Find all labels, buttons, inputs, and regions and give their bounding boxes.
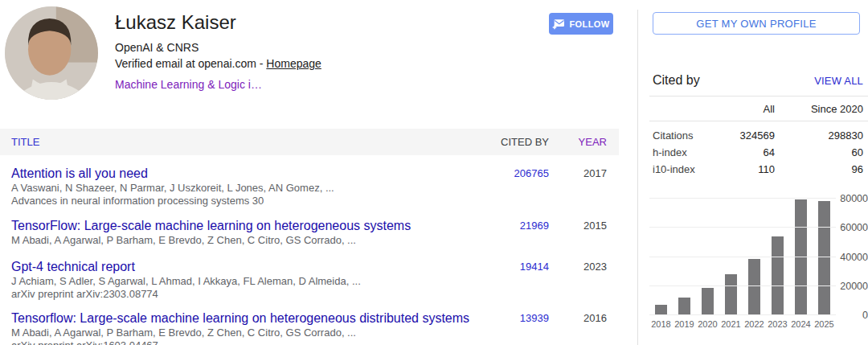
chart-gridline [649,227,836,228]
vertical-divider [637,10,638,345]
publication-title-link[interactable]: Tensorflow: Large-scale machine learning… [11,310,485,326]
metric-row-i10-index: i10-index 110 96 [653,161,863,178]
cited-by-count-link[interactable]: 13939 [520,312,549,324]
publication-year: 2017 [583,167,607,179]
chart-gridline [649,285,836,286]
metric-label[interactable]: h-index [653,146,712,158]
cited-by-heading: Cited by [653,73,700,88]
metric-label[interactable]: i10-index [653,163,712,175]
publication-year: 2015 [583,220,607,232]
chart-bar-2021[interactable] [725,274,737,315]
publication-venue: arXiv preprint arXiv:1603.04467 [11,340,485,345]
chart-gridline [649,314,836,315]
chart-bar-slot [766,199,789,315]
portrait-placeholder-image [5,6,98,100]
publications-table-header: TITLE CITED BY YEAR [0,129,619,155]
verified-email-line: Verified email at openai.com - Homepage [115,57,321,70]
citations-column-headers: All Since 2020 [653,103,863,115]
profile-info: Łukasz Kaiser OpenAI & CNRS Verified ema… [115,11,321,91]
table-row: Tensorflow: Large-scale machine learning… [0,300,619,345]
chart-x-tick-label: 2022 [743,319,766,329]
chart-x-tick-label: 2024 [789,319,813,329]
profile-affiliation: OpenAI & CNRS [115,41,321,54]
profile-photo[interactable] [5,6,98,100]
chart-bar-slot [789,199,813,315]
metric-value-all: 110 [712,163,775,175]
publication-title-link[interactable]: TensorFlow: Large-scale machine learning… [11,218,485,233]
metric-label[interactable]: Citations [653,129,712,142]
publication-year: 2023 [583,261,607,273]
cited-by-count-link[interactable]: 206765 [514,167,549,179]
publication-authors: J Achiam, S Adler, S Agarwal, L Ahmad, I… [11,276,485,287]
chart-x-axis-labels: 20182019202020212022202320242025 [649,319,836,329]
chart-x-tick-label: 2021 [719,319,743,329]
chart-bar-slot [719,199,743,315]
get-my-own-profile-button[interactable]: GET MY OWN PROFILE [653,12,860,35]
chart-y-tick-label: 60000 [840,222,868,233]
chart-bar-slot [743,199,766,315]
chart-x-tick-label: 2018 [649,319,673,329]
chart-y-tick-label: 40000 [840,252,868,263]
citation-metrics-table: Citations 324569 298830 h-index 64 60 i1… [653,127,863,178]
interests-link[interactable]: Machine Learning & Logic i… [115,78,262,91]
follow-button-label: FOLLOW [569,19,609,29]
chart-bar-2025[interactable] [818,201,830,315]
chart-bar-2022[interactable] [748,259,760,315]
metric-row-citations: Citations 324569 298830 [653,127,863,144]
metric-value-all: 324569 [712,129,775,142]
profile-name: Łukasz Kaiser [115,11,321,34]
metric-value-since: 96 [775,163,863,175]
column-header-all: All [712,103,775,115]
publications-list: Attention is all you need A Vaswani, N S… [0,155,619,345]
chart-x-tick-label: 2025 [813,319,836,329]
verified-email-text: Verified email at openai.com - [115,57,266,70]
metric-value-since: 60 [775,146,863,158]
chart-bar-slot [696,199,719,315]
follow-button[interactable]: FOLLOW [549,13,613,35]
homepage-link[interactable]: Homepage [266,57,321,70]
column-header-year[interactable]: YEAR [579,136,607,148]
chart-bar-slot [673,199,696,315]
chart-bar-2020[interactable] [702,288,714,315]
chart-bar-2023[interactable] [772,236,784,315]
publication-year: 2016 [583,312,607,324]
column-header-title[interactable]: TITLE [11,136,39,148]
citations-bar-chart [649,199,836,315]
chart-gridline [649,257,836,257]
publication-title-link[interactable]: Attention is all you need [11,166,485,181]
column-header-cited-by[interactable]: CITED BY [501,136,549,148]
metric-row-h-index: h-index 64 60 [653,144,863,161]
chart-x-tick-label: 2020 [696,319,719,329]
table-row: Gpt-4 technical report J Achiam, S Adler… [0,246,619,300]
chart-y-axis-labels: 020000400006000080000 [841,199,868,315]
cited-by-count-link[interactable]: 19414 [520,261,549,273]
metric-value-since: 298830 [775,129,863,142]
chart-y-tick-label: 80000 [840,193,868,204]
column-header-since-2020: Since 2020 [775,103,863,115]
publication-authors: A Vaswani, N Shazeer, N Parmar, J Uszkor… [11,183,485,194]
publication-venue: arXiv preprint arXiv:2303.08774 [11,289,485,300]
chart-x-tick-label: 2023 [766,319,789,329]
publication-venue: Advances in neural information processin… [11,195,485,207]
chart-bar-slot [649,199,673,315]
publication-authors: M Abadi, A Agarwal, P Barham, E Brevdo, … [11,327,485,339]
divider [649,96,868,97]
publication-title-link[interactable]: Gpt-4 technical report [11,259,485,274]
chart-x-tick-label: 2019 [673,319,696,329]
chart-y-tick-label: 20000 [840,281,868,292]
envelope-plus-icon [552,18,565,30]
divider [649,121,868,121]
view-all-link[interactable]: VIEW ALL [814,75,863,87]
table-row: Attention is all you need A Vaswani, N S… [0,155,619,207]
cited-by-count-link[interactable]: 21969 [520,220,549,232]
metric-value-all: 64 [712,146,775,158]
chart-gridline [649,198,836,199]
chart-bar-2019[interactable] [678,298,690,315]
publication-authors: M Abadi, A Agarwal, P Barham, E Brevdo, … [11,235,485,246]
table-row: TensorFlow: Large-scale machine learning… [0,207,619,246]
chart-bar-slot [813,199,836,315]
chart-y-tick-label: 0 [862,310,868,321]
chart-bars [649,199,836,315]
chart-bar-2024[interactable] [795,199,807,315]
